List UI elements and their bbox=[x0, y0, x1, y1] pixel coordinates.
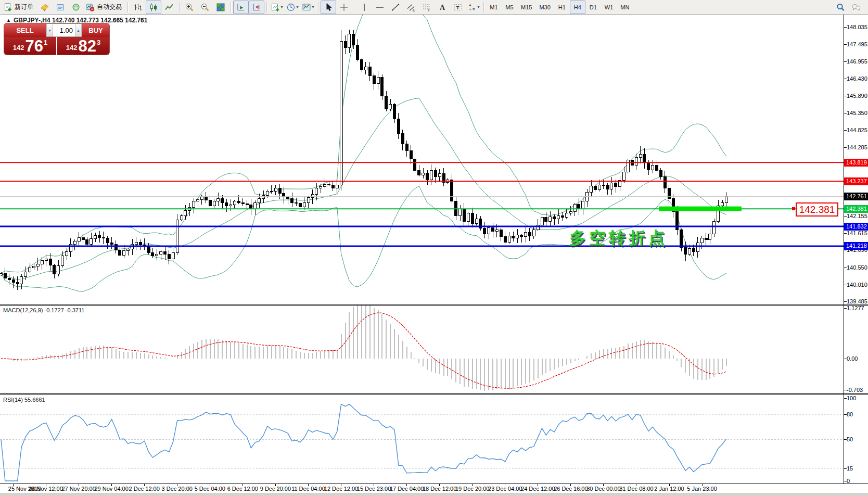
cursor-button[interactable] bbox=[321, 1, 336, 14]
candlestick-chart-icon bbox=[149, 3, 158, 12]
tile-windows-button[interactable] bbox=[213, 1, 228, 14]
sell-price-big: 76 bbox=[25, 40, 43, 53]
text-label-button[interactable]: T bbox=[450, 1, 466, 14]
toolbar-separator bbox=[354, 2, 354, 12]
horizontal-line-button[interactable] bbox=[372, 1, 388, 14]
toolbar-button-label: H4 bbox=[572, 4, 583, 10]
text-button[interactable]: A bbox=[435, 1, 450, 14]
toolbar-separator bbox=[231, 2, 231, 12]
price-tick-label: 142.155 bbox=[847, 213, 867, 220]
price-tick-label: 145.890 bbox=[847, 93, 867, 99]
toolbar: 新订单自动交易▾▾▾EFAT▾M1M5M15M30H1H4D1W1MN bbox=[0, 0, 868, 15]
buy-price-prefix: 142 bbox=[66, 44, 78, 52]
sell-price-prefix: 142 bbox=[13, 44, 24, 52]
crosshair-button[interactable] bbox=[336, 1, 352, 14]
timeframe-m1-button[interactable]: M1 bbox=[486, 1, 502, 14]
one-click-trading-panel: SELL ▼ ▲ BUY 142761 142823 bbox=[4, 23, 109, 55]
chat-icon bbox=[851, 3, 861, 12]
svg-text:E: E bbox=[413, 8, 415, 11]
auto-scroll-button[interactable] bbox=[233, 1, 249, 14]
panel-collapse-icon[interactable]: ▲ bbox=[6, 18, 11, 23]
new-order-button[interactable]: 新订单 bbox=[2, 1, 37, 14]
channel-icon: E bbox=[406, 3, 416, 12]
trendline-button[interactable] bbox=[388, 1, 403, 14]
bar-chart-button[interactable] bbox=[130, 1, 146, 14]
new-chart-icon bbox=[271, 3, 280, 12]
volume-control: ▼ ▲ bbox=[46, 23, 82, 37]
fibonacci-button[interactable]: F bbox=[419, 1, 435, 14]
line-chart-button[interactable] bbox=[161, 1, 177, 14]
chart-window: ▲ GBPJPY-,H4 142.740 142.773 142.665 142… bbox=[0, 15, 868, 496]
price-chart[interactable] bbox=[0, 15, 868, 496]
volume-decrease-button[interactable]: ▼ bbox=[46, 24, 53, 36]
auto-trading-button[interactable]: 自动交易 bbox=[84, 1, 125, 14]
bar-chart-icon bbox=[133, 3, 143, 12]
timeframe-h4-button[interactable]: H4 bbox=[570, 1, 585, 14]
new-chart-button[interactable]: ▾ bbox=[269, 1, 285, 14]
dropdown-arrow-icon: ▾ bbox=[296, 5, 298, 9]
sell-button[interactable]: SELL bbox=[4, 23, 46, 37]
timeframe-w1-button[interactable]: W1 bbox=[601, 1, 617, 14]
timeframe-mn-button[interactable]: MN bbox=[617, 1, 633, 14]
crosshair-icon bbox=[339, 3, 349, 12]
search-button[interactable] bbox=[833, 1, 848, 14]
timeframe-d1-button[interactable]: D1 bbox=[585, 1, 601, 14]
sell-price[interactable]: 142761 bbox=[4, 37, 56, 55]
macd-indicator-label: MACD(12,26,9) -0.1727 -0.3711 bbox=[3, 307, 84, 313]
navigator-icon bbox=[71, 3, 81, 12]
price-line-label: 142.761 bbox=[844, 193, 868, 200]
toolbar-separator bbox=[127, 2, 128, 12]
text-label-icon: T bbox=[453, 3, 463, 12]
sell-price-sup: 1 bbox=[44, 39, 47, 46]
chart-shift-icon bbox=[252, 3, 261, 12]
price-tick-label: 146.955 bbox=[847, 58, 867, 65]
chart-annotation-text[interactable]: 多空转折点 bbox=[569, 227, 668, 250]
navigator-button[interactable] bbox=[68, 1, 84, 14]
price-line-label: 143.819 bbox=[844, 159, 868, 167]
toolbar-right-group bbox=[833, 1, 864, 14]
fibonacci-icon: F bbox=[422, 3, 431, 12]
data-window-icon bbox=[56, 3, 65, 12]
timeframe-m15-button[interactable]: M15 bbox=[517, 1, 535, 14]
timeframe-m30-button[interactable]: M30 bbox=[535, 1, 554, 14]
periods-button[interactable]: ▾ bbox=[285, 1, 300, 14]
zoom-out-button[interactable] bbox=[197, 1, 213, 14]
rsi-indicator-label: RSI(14) 55.6661 bbox=[3, 397, 45, 403]
market-watch-button[interactable] bbox=[37, 1, 53, 14]
auto-scroll-icon bbox=[236, 3, 246, 12]
volume-input[interactable] bbox=[53, 24, 75, 36]
svg-text:F: F bbox=[428, 8, 430, 12]
vertical-line-icon bbox=[360, 3, 369, 12]
search-icon bbox=[836, 3, 845, 12]
zoom-in-button[interactable] bbox=[182, 1, 197, 14]
zoom-in-icon bbox=[185, 3, 194, 12]
equidistant-channel-button[interactable]: E bbox=[403, 1, 419, 14]
templates-button[interactable]: ▾ bbox=[300, 1, 316, 14]
buy-price[interactable]: 142823 bbox=[57, 37, 109, 55]
price-tick-label: 146.430 bbox=[847, 75, 867, 82]
rsi-tick-label: 15 bbox=[847, 465, 853, 472]
price-tag-box[interactable]: 142.381 bbox=[796, 202, 838, 217]
toolbar-button-label: W1 bbox=[603, 4, 616, 10]
candlestick-chart-button[interactable] bbox=[146, 1, 161, 14]
buy-button[interactable]: BUY bbox=[82, 23, 109, 37]
new-order-icon bbox=[3, 3, 12, 12]
vertical-line-button[interactable] bbox=[356, 1, 372, 14]
arrows-button[interactable]: ▾ bbox=[466, 1, 481, 14]
timeframe-m5-button[interactable]: M5 bbox=[502, 1, 517, 14]
chart-shift-button[interactable] bbox=[249, 1, 264, 14]
toolbar-button-label: M15 bbox=[519, 4, 534, 10]
line-chart-icon bbox=[164, 3, 174, 12]
macd-tick-label: 0.00 bbox=[847, 355, 858, 362]
price-tick-label: 145.350 bbox=[847, 110, 867, 117]
price-tick-label: 147.495 bbox=[847, 41, 867, 48]
volume-increase-button[interactable]: ▲ bbox=[75, 24, 82, 36]
timeframe-h1-button[interactable]: H1 bbox=[554, 1, 570, 14]
dropdown-arrow-icon: ▾ bbox=[280, 5, 283, 9]
toolbar-button-label: MN bbox=[618, 4, 631, 10]
period-icon bbox=[286, 3, 296, 12]
toolbar-separator bbox=[483, 2, 484, 12]
data-window-button[interactable] bbox=[53, 1, 68, 14]
symbol-header: ▲ GBPJPY-,H4 142.740 142.773 142.665 142… bbox=[6, 17, 147, 24]
chat-button[interactable] bbox=[848, 1, 864, 14]
